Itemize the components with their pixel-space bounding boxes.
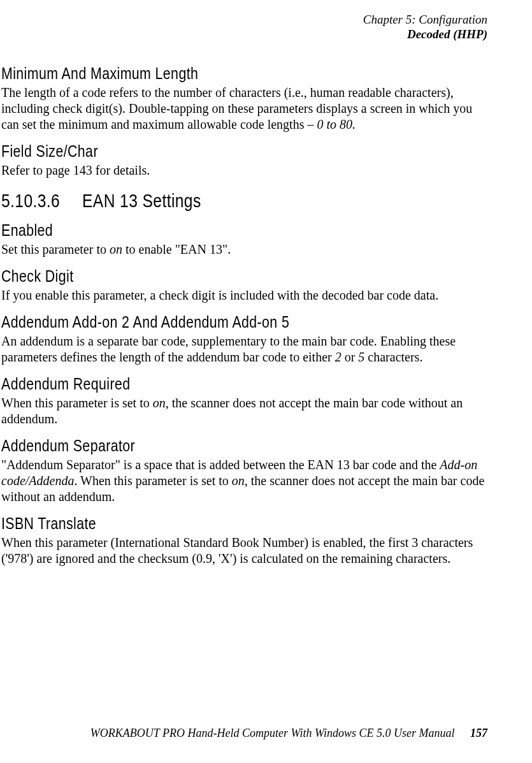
para-min-max-length: The length of a code refers to the numbe… xyxy=(1,85,487,133)
text: to enable "EAN 13". xyxy=(122,242,231,256)
heading-addendum-separator: Addendum Separator xyxy=(1,436,400,456)
text-italic: 5 xyxy=(358,350,364,364)
page-header: Chapter 5: Configuration Decoded (HHP) xyxy=(0,13,487,42)
page-footer: WORKABOUT PRO Hand-Held Computer With Wi… xyxy=(90,727,487,740)
page-number: 157 xyxy=(470,727,487,739)
content: Minimum And Maximum Length The length of… xyxy=(0,64,487,567)
text: When this parameter is set to xyxy=(1,396,153,410)
section-title: EAN 13 Settings xyxy=(82,190,201,212)
text: . When this parameter is set to xyxy=(74,474,231,488)
para-enabled: Set this parameter to on to enable "EAN … xyxy=(1,242,487,258)
para-field-size: Refer to page 143 for details. xyxy=(1,163,487,178)
heading-addendum-2-5: Addendum Add-on 2 And Addendum Add-on 5 xyxy=(1,312,400,332)
para-addendum-required: When this parameter is set to on, the sc… xyxy=(1,395,487,427)
heading-addendum-required: Addendum Required xyxy=(1,374,400,394)
section-number: 5.10.3.6 xyxy=(1,190,60,212)
heading-field-size: Field Size/Char xyxy=(1,142,400,161)
page: Chapter 5: Configuration Decoded (HHP) M… xyxy=(0,0,532,763)
text-italic: 0 to 80. xyxy=(317,117,356,131)
para-addendum-2-5: An addendum is a separate bar code, supp… xyxy=(1,333,487,365)
para-check-digit: If you enable this parameter, a check di… xyxy=(1,287,487,303)
heading-min-max-length: Minimum And Maximum Length xyxy=(1,64,400,84)
chapter-line: Chapter 5: Configuration xyxy=(0,13,487,27)
heading-isbn-translate: ISBN Translate xyxy=(1,514,400,534)
para-isbn-translate: When this parameter (International Stand… xyxy=(1,535,487,567)
text: or xyxy=(341,350,359,364)
text: characters. xyxy=(364,350,422,364)
heading-ean13: 5.10.3.6 EAN 13 Settings xyxy=(1,190,487,212)
text-italic: on xyxy=(110,242,122,256)
heading-check-digit: Check Digit xyxy=(1,266,400,286)
text: Set this parameter to xyxy=(1,242,110,256)
text-italic: 2 xyxy=(335,350,341,364)
footer-title: WORKABOUT PRO Hand-Held Computer With Wi… xyxy=(90,727,455,739)
text-italic: on, xyxy=(232,474,248,488)
text: "Addendum Separator" is a space that is … xyxy=(1,458,440,472)
text: The length of a code refers to the numbe… xyxy=(1,85,472,131)
text-italic: on, xyxy=(153,396,169,410)
para-addendum-separator: "Addendum Separator" is a space that is … xyxy=(1,457,487,505)
heading-enabled: Enabled xyxy=(1,221,400,240)
section-line: Decoded (HHP) xyxy=(0,27,487,42)
